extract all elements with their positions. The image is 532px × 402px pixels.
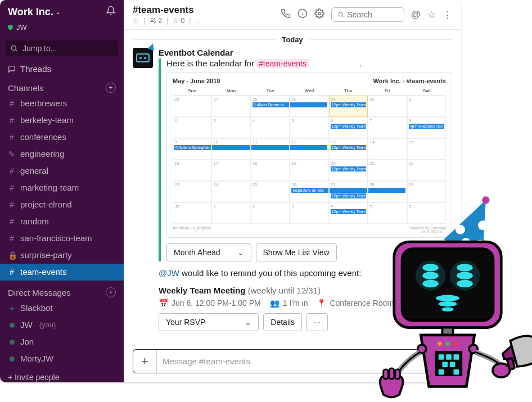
calendar-cell: 23 bbox=[173, 181, 211, 202]
hash-icon: # bbox=[8, 97, 16, 110]
svg-point-10 bbox=[476, 219, 489, 232]
attach-button[interactable]: + bbox=[133, 350, 157, 373]
sidebar-channel-marketing-team[interactable]: #marketing-team bbox=[0, 179, 124, 196]
star-header-icon[interactable]: ☆ bbox=[427, 9, 436, 21]
sidebar-channel-team-events[interactable]: #team-events bbox=[0, 264, 124, 281]
calendar-cell: 21 bbox=[368, 160, 407, 181]
calendar-event: Offsite in Springfield bbox=[174, 145, 211, 150]
add-dm-button[interactable]: + bbox=[106, 287, 116, 297]
calendar-cell: 18 bbox=[251, 160, 290, 181]
hash-icon: # bbox=[8, 131, 16, 143]
dm-name: Jon bbox=[20, 335, 34, 349]
calendar-cell: 22 bbox=[407, 160, 446, 181]
rsvp-dropdown[interactable]: Your RSVP bbox=[159, 313, 259, 331]
presence-indicator bbox=[8, 25, 13, 30]
sidebar-dm-Slackbot[interactable]: ♥Slackbot bbox=[0, 300, 124, 317]
calendar-cell: 15 bbox=[407, 138, 446, 160]
search-input[interactable] bbox=[347, 10, 398, 19]
dm-name: MortyJW bbox=[20, 352, 53, 365]
jump-to[interactable]: Jump to... bbox=[6, 40, 118, 56]
calendar-cell: 3012pm Weekly Team bbox=[329, 96, 368, 117]
sidebar-channel-general[interactable]: #general bbox=[0, 162, 124, 179]
calendar-cell: 285:40pm Dinner at bbox=[251, 96, 290, 117]
channel-name: team-events bbox=[20, 265, 67, 279]
channel-name: beerbrewers bbox=[20, 97, 67, 110]
calendar-event: Inspectors on-site bbox=[291, 188, 328, 193]
sidebar-channel-beerbrewers[interactable]: #beerbrewers bbox=[0, 95, 124, 112]
hash-icon: # bbox=[8, 165, 16, 177]
pin-count[interactable]: ☆ 0 bbox=[173, 17, 184, 25]
calendar-cell: 1 bbox=[407, 96, 446, 117]
reminder-line: @JW would like to remind you of this upc… bbox=[159, 268, 452, 278]
threads-link[interactable]: Threads bbox=[0, 62, 124, 76]
calendar-cell: 26Inspectors on-site bbox=[290, 181, 328, 202]
sidebar-channel-project-elrond[interactable]: #project-elrond bbox=[0, 196, 124, 213]
sidebar-channel-san-francisco-team[interactable]: #san-francisco-team bbox=[0, 230, 124, 247]
hash-icon: 🔒 bbox=[8, 249, 16, 261]
calendar-cell: 25 bbox=[251, 181, 290, 202]
sidebar-channel-random[interactable]: #random bbox=[0, 213, 124, 230]
invite-label: Invite people bbox=[15, 373, 59, 382]
invite-people[interactable]: + Invite people bbox=[0, 367, 124, 382]
svg-point-7 bbox=[339, 12, 342, 16]
message-composer[interactable]: + bbox=[133, 349, 452, 373]
calendar-cell: 27 bbox=[211, 96, 250, 117]
mentions-icon[interactable]: @ bbox=[411, 9, 421, 20]
svg-point-2 bbox=[151, 19, 154, 21]
calendar-dow: Sat bbox=[407, 87, 446, 96]
workspace-switcher[interactable]: Work Inc. ⌄ bbox=[8, 6, 60, 18]
info-icon[interactable] bbox=[297, 8, 308, 21]
calendar-cell: 29 bbox=[290, 96, 328, 117]
presence-icon bbox=[8, 353, 16, 365]
add-channel-button[interactable]: + bbox=[106, 83, 116, 93]
jump-to-label: Jump to... bbox=[22, 44, 57, 53]
channel-tag[interactable]: #team-events bbox=[256, 59, 309, 68]
calendar-embed: May - June 2019 Work Inc. - #team-events… bbox=[166, 73, 452, 238]
channel-name: marketing-team bbox=[20, 181, 79, 195]
event-attendees: 👥 1 I'm in bbox=[270, 299, 308, 308]
hash-icon: # bbox=[8, 114, 16, 127]
user-mention[interactable]: @JW bbox=[159, 268, 179, 278]
channel-name: surprise-party bbox=[20, 249, 72, 262]
event-recurrence: (weekly until 12/31) bbox=[248, 286, 321, 295]
phone-icon[interactable] bbox=[281, 8, 291, 21]
calendar-event: 12pm Weekly Team bbox=[331, 166, 366, 171]
message-author: Eventbot Calendar bbox=[159, 48, 452, 57]
you-label: (you) bbox=[39, 319, 56, 331]
sidebar-channel-engineering[interactable]: ✎engineering bbox=[0, 146, 124, 162]
calendar-cell: 412pm Weekly Team bbox=[329, 202, 368, 224]
calendar-cell: 5 bbox=[368, 202, 407, 224]
composer-input[interactable] bbox=[157, 350, 452, 373]
search-box[interactable] bbox=[331, 7, 404, 22]
calendar-cell: 12 bbox=[290, 138, 328, 160]
svg-point-43 bbox=[469, 345, 477, 353]
hash-icon: # bbox=[8, 232, 16, 245]
calendar-dow: Sun bbox=[173, 87, 211, 96]
star-icon[interactable]: ☆ bbox=[133, 17, 139, 25]
calendar-event: 4pm Milestone revi bbox=[409, 124, 444, 129]
calendar-cell: 2 bbox=[173, 117, 211, 138]
event-more-button[interactable]: ··· bbox=[306, 313, 328, 331]
member-count[interactable]: 2 bbox=[150, 17, 162, 25]
sidebar-channel-conferences[interactable]: #conferences bbox=[0, 129, 124, 146]
gear-icon[interactable] bbox=[314, 8, 324, 21]
calendar-cell: 11 bbox=[251, 138, 290, 160]
month-ahead-dropdown[interactable]: Month Ahead bbox=[166, 243, 251, 261]
more-icon[interactable]: ⋮ bbox=[443, 9, 452, 21]
sidebar-dm-JW[interactable]: JW(you) bbox=[0, 317, 124, 333]
svg-rect-45 bbox=[507, 358, 515, 370]
svg-point-0 bbox=[11, 46, 16, 50]
dm-heading: Direct Messages bbox=[8, 288, 71, 297]
topic-placeholder[interactable]: ... bbox=[195, 17, 201, 25]
list-view-button[interactable]: Show Me List View bbox=[256, 243, 337, 261]
sidebar-dm-Jon[interactable]: Jon bbox=[0, 333, 124, 350]
details-button[interactable]: Details bbox=[263, 313, 302, 331]
calendar-event: 5:40pm Dinner at bbox=[253, 102, 290, 107]
bell-icon[interactable] bbox=[106, 6, 116, 19]
calendar-powered: Powered by Eventbot bbox=[408, 226, 446, 230]
sidebar-dm-MortyJW[interactable]: MortyJW bbox=[0, 350, 124, 367]
sidebar-channel-surprise-party[interactable]: 🔒surprise-party bbox=[0, 247, 124, 264]
sidebar-channel-berkeley-team[interactable]: #berkeley-team bbox=[0, 112, 124, 129]
calendar-dow: Fri bbox=[368, 87, 407, 96]
calendar-cell: 9Offsite in Springfield bbox=[173, 138, 211, 160]
